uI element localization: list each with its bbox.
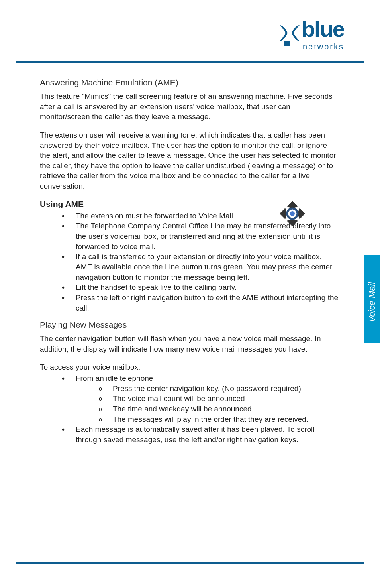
bullet-list: The extension must be forwarded to Voice… [40,211,339,313]
paragraph: The center navigation button will flash … [40,334,339,354]
brand-name: blue [302,16,344,41]
list-item: Each message is automatically saved afte… [62,424,339,444]
sub-list-item: The voice mail count will be announced [99,393,339,404]
paragraph: To access your voice mailbox: [40,362,339,372]
side-tab: Voice Mail [364,255,380,343]
sub-list-item: The time and weekday will be announced [99,404,339,414]
bullet-list: From an idle telephone Press the center … [40,373,339,444]
list-item: If a call is transferred to your extensi… [62,252,339,282]
sub-list-item: Press the center navigation key. (No pas… [99,383,339,394]
list-item: Press the left or right navigation butto… [62,293,339,313]
sub-list-item: The messages will play in the order that… [99,414,339,425]
paragraph: This feature "Mimics" the call screening… [40,91,339,122]
sub-bullet-list: Press the center navigation key. (No pas… [76,383,339,425]
section-heading-playing: Playing New Messages [40,320,339,330]
side-tab-label: Voice Mail [367,280,377,324]
brand-logo: blue networks [278,16,344,51]
document-content: Answering Machine Emulation (AME) This f… [40,78,339,452]
list-item: The Telephone Company Central Office Lin… [62,221,339,252]
horizontal-rule-top [16,62,364,63]
list-item: From an idle telephone Press the center … [62,373,339,424]
horizontal-rule-bottom [16,562,364,564]
list-item: The extension must be forwarded to Voice… [62,211,339,221]
section-heading-ame: Answering Machine Emulation (AME) [40,78,339,87]
paragraph: The extension user will receive a warnin… [40,130,339,191]
list-item: Lift the handset to speak live to the ca… [62,282,339,293]
list-item-text: From an idle telephone [76,374,153,382]
svg-rect-0 [284,41,290,46]
logo-x-icon [278,23,302,47]
